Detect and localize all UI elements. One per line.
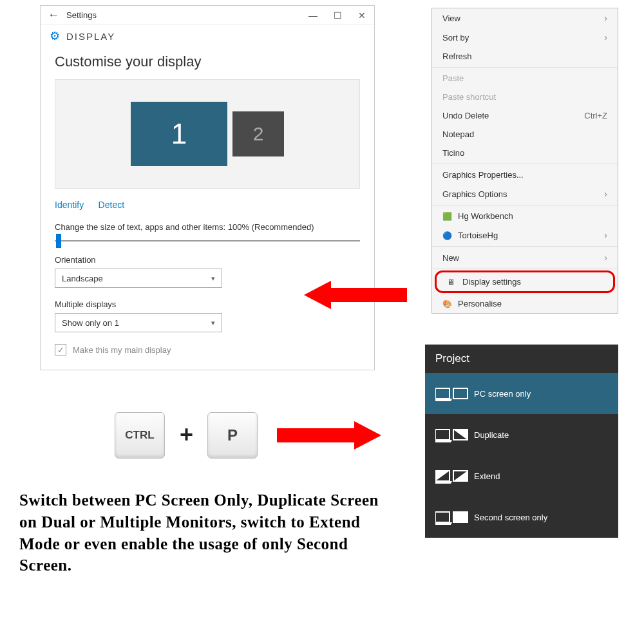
second-screen-only-icon [435,508,462,526]
cm-refresh[interactable]: Refresh [432,47,618,66]
plus-icon: + [180,421,193,448]
maximize-button[interactable]: ☐ [325,6,350,25]
svg-rect-2 [435,430,450,440]
cm-paste: Paste [432,69,618,88]
cm-graphics-properties[interactable]: Graphics Properties... [432,166,618,184]
project-duplicate[interactable]: Duplicate [425,414,618,455]
cm-personalise[interactable]: 🎨Personalise [432,294,618,313]
titlebar: ← Settings — ☐ ✕ [41,6,374,25]
scale-label: Change the size of text, apps and other … [55,222,360,232]
svg-rect-7 [453,512,468,522]
chevron-right-icon: › [604,189,607,199]
cm-notepad[interactable]: Notepad [432,125,618,144]
cm-sort[interactable]: Sort by› [432,28,618,47]
chevron-right-icon: › [604,13,607,23]
settings-window: ← Settings — ☐ ✕ ⚙ DISPLAY Customise you… [40,5,375,370]
checkbox-icon: ✓ [55,344,66,355]
multiple-displays-dropdown[interactable]: Show only on 1 ▾ [55,313,222,332]
back-button[interactable]: ← [41,8,66,22]
gear-icon: ⚙ [50,29,60,43]
cm-hg-workbench[interactable]: 🟩Hg Workbench [432,207,618,225]
p-key: P [207,412,258,459]
orientation-label: Orientation [55,255,360,265]
project-extend[interactable]: Extend [425,455,618,497]
duplicate-icon [435,426,462,444]
chevron-right-icon: › [604,32,607,43]
project-pc-screen-only[interactable]: PC screen only [425,373,618,414]
detect-link[interactable]: Detect [99,200,124,210]
ctrl-key: CTRL [115,412,165,459]
scale-slider[interactable] [55,238,360,243]
extend-icon [435,467,462,485]
personalise-icon: 🎨 [442,299,454,308]
header-bar: ⚙ DISPLAY [41,25,374,47]
monitor-2[interactable]: 2 [232,111,284,156]
hg-icon: 🟩 [442,212,454,221]
minimize-button[interactable]: — [301,6,325,25]
window-title: Settings [66,10,301,20]
section-title: Customise your display [55,53,360,70]
svg-rect-0 [435,388,450,399]
identify-link[interactable]: Identify [55,200,84,210]
pc-screen-only-icon [435,384,462,402]
cm-ticino[interactable]: Ticino [432,144,618,162]
multiple-displays-value: Show only on 1 [62,318,119,328]
cm-paste-shortcut: Paste shortcut [432,88,618,106]
monitor-1[interactable]: 1 [131,102,227,166]
cm-tortoisehg[interactable]: 🔵TortoiseHg› [432,225,618,245]
cm-display-settings[interactable]: 🖥Display settings [435,270,615,293]
close-button[interactable]: ✕ [350,6,374,25]
tortoise-icon: 🔵 [442,231,454,240]
main-display-checkbox[interactable]: ✓ Make this my main display [55,344,360,355]
svg-rect-1 [453,388,468,399]
chevron-right-icon: › [604,230,607,240]
orientation-value: Landscape [62,274,103,283]
main-display-label: Make this my main display [73,345,171,355]
cm-undo-delete[interactable]: Undo DeleteCtrl+Z [432,106,618,125]
caption-text: Switch between PC Screen Only, Duplicate… [19,489,386,576]
header-title: DISPLAY [66,31,115,42]
display-preview: 1 2 [55,79,360,189]
cm-graphics-options[interactable]: Graphics Options› [432,184,618,204]
orientation-dropdown[interactable]: Landscape ▾ [55,269,222,288]
cm-view[interactable]: View› [432,8,618,28]
arrow-left-icon [304,281,413,309]
project-title: Project [425,345,618,373]
project-panel: Project PC screen only Duplicate Extend … [425,345,618,538]
cm-new[interactable]: New› [432,248,618,267]
arrow-right-icon [277,421,386,450]
chevron-down-icon: ▾ [211,319,215,327]
context-menu: View› Sort by› Refresh Paste Paste short… [431,8,618,314]
display-icon: 🖥 [447,278,459,287]
chevron-down-icon: ▾ [211,274,215,283]
svg-rect-6 [435,512,450,522]
chevron-right-icon: › [604,252,607,263]
project-second-screen-only[interactable]: Second screen only [425,497,618,538]
